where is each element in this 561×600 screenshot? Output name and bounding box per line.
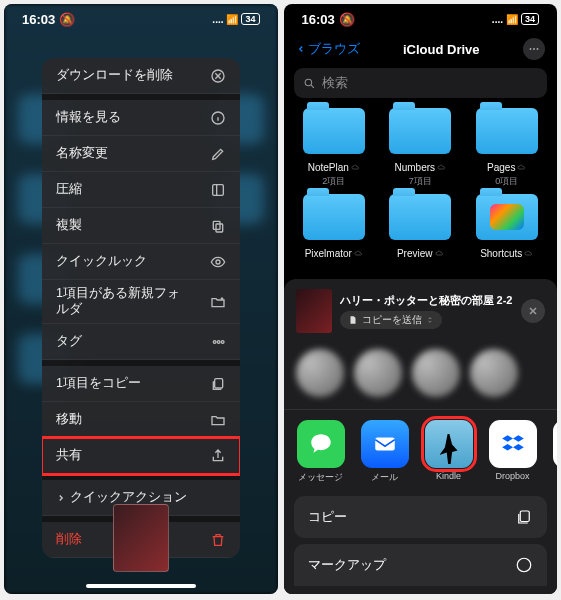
folder-preview[interactable]: Preview bbox=[380, 194, 461, 261]
close-icon bbox=[527, 305, 539, 317]
folder-name: Preview bbox=[397, 248, 433, 259]
menu-quicklook[interactable]: クイックルック bbox=[42, 244, 240, 280]
folder-icon bbox=[389, 108, 451, 154]
cloud-icon bbox=[437, 163, 446, 172]
action-copy[interactable]: コピー bbox=[294, 496, 548, 538]
airdrop-target[interactable] bbox=[412, 349, 460, 397]
nav-title: iCloud Drive bbox=[403, 42, 480, 57]
context-menu: ダウンロードを削除 情報を見る 名称変更 圧縮 複製 クイックルック bbox=[42, 58, 240, 558]
action-label: コピー bbox=[308, 508, 347, 526]
phone-left: 16:03 🔕 .... 📶 34 ダウンロードを削除 情報を見る 名称変更 bbox=[4, 4, 278, 594]
folder-name: Pages bbox=[487, 162, 515, 173]
mail-icon bbox=[372, 431, 398, 457]
home-indicator[interactable] bbox=[86, 584, 196, 588]
more-button[interactable] bbox=[523, 38, 545, 60]
phone-right: 16:03 🔕 .... 📶 34 ブラウズ iCloud Drive 検索 bbox=[284, 4, 558, 594]
copy-icon bbox=[210, 376, 226, 392]
cloud-icon bbox=[354, 249, 363, 258]
cloud-icon bbox=[517, 163, 526, 172]
folder-numbers[interactable]: Numbers 7項目 bbox=[380, 108, 461, 188]
menu-label: 移動 bbox=[56, 411, 82, 428]
search-icon bbox=[303, 77, 316, 90]
folder-icon bbox=[476, 108, 538, 154]
menu-duplicate[interactable]: 複製 bbox=[42, 208, 240, 244]
folder-noteplan[interactable]: NotePlan 2項目 bbox=[294, 108, 375, 188]
app-mail[interactable]: メール bbox=[356, 420, 414, 484]
archive-icon bbox=[210, 182, 226, 198]
svg-point-7 bbox=[217, 340, 220, 343]
share-sheet: ハリー・ポッターと秘密の部屋 2-2 コピーを送信 bbox=[284, 279, 558, 594]
folder-pixelmator[interactable]: Pixelmator bbox=[294, 194, 375, 261]
action-markup[interactable]: マークアップ bbox=[294, 544, 548, 586]
menu-label: 削除 bbox=[56, 531, 82, 548]
chevron-left-icon bbox=[296, 42, 306, 56]
app-messages[interactable]: メッセージ bbox=[292, 420, 350, 484]
menu-share[interactable]: 共有 bbox=[42, 438, 240, 474]
folder-sub: 2項目 bbox=[294, 175, 375, 188]
menu-move[interactable]: 移動 bbox=[42, 402, 240, 438]
airdrop-target[interactable] bbox=[470, 349, 518, 397]
menu-info[interactable]: 情報を見る bbox=[42, 100, 240, 136]
menu-label: タグ bbox=[56, 333, 82, 350]
menu-new-folder[interactable]: 1項目がある新規フォルダ bbox=[42, 280, 240, 324]
menu-compress[interactable]: 圧縮 bbox=[42, 172, 240, 208]
cloud-icon bbox=[524, 249, 533, 258]
app-label: メッセージ bbox=[292, 471, 350, 484]
app-more[interactable]: D bbox=[548, 420, 558, 484]
menu-copy-one[interactable]: 1項目をコピー bbox=[42, 366, 240, 402]
menu-rename[interactable]: 名称変更 bbox=[42, 136, 240, 172]
chevron-updown-icon bbox=[426, 315, 434, 325]
chevron-right-icon bbox=[56, 493, 66, 503]
folder-sub: 7項目 bbox=[380, 175, 461, 188]
back-button[interactable]: ブラウズ bbox=[296, 40, 360, 58]
folder-icon bbox=[210, 412, 226, 428]
close-button[interactable] bbox=[521, 299, 545, 323]
folder-sub: 0項目 bbox=[467, 175, 548, 188]
folder-icon bbox=[476, 194, 538, 240]
duplicate-icon bbox=[210, 218, 226, 234]
folder-name: NotePlan bbox=[308, 162, 349, 173]
remove-circle-icon bbox=[210, 68, 226, 84]
menu-label: 名称変更 bbox=[56, 145, 108, 162]
share-header: ハリー・ポッターと秘密の部屋 2-2 コピーを送信 bbox=[284, 289, 558, 341]
search-input[interactable]: 検索 bbox=[294, 68, 548, 98]
svg-point-13 bbox=[305, 79, 312, 86]
folder-icon bbox=[303, 194, 365, 240]
menu-label: 複製 bbox=[56, 217, 82, 234]
status-bar: 16:03 🔕 .... 📶 34 bbox=[4, 4, 278, 34]
pencil-icon bbox=[210, 146, 226, 162]
trash-icon bbox=[210, 532, 226, 548]
back-label: ブラウズ bbox=[308, 40, 360, 58]
svg-point-11 bbox=[533, 48, 535, 50]
svg-rect-14 bbox=[375, 438, 395, 451]
cloud-icon bbox=[435, 249, 444, 258]
action-label: マークアップ bbox=[308, 556, 386, 574]
info-icon bbox=[210, 110, 226, 126]
menu-label: クイックルック bbox=[56, 253, 147, 270]
app-dropbox[interactable]: Dropbox bbox=[484, 420, 542, 484]
ellipsis-icon bbox=[527, 42, 541, 56]
folder-name: Pixelmator bbox=[305, 248, 352, 259]
app-kindle[interactable]: Kindle bbox=[420, 420, 478, 484]
share-options-button[interactable]: コピーを送信 bbox=[340, 311, 442, 329]
file-thumbnail[interactable] bbox=[113, 504, 169, 572]
tag-icon bbox=[210, 334, 226, 350]
menu-tag[interactable]: タグ bbox=[42, 324, 240, 360]
app-label: D bbox=[548, 471, 558, 481]
menu-remove-download[interactable]: ダウンロードを削除 bbox=[42, 58, 240, 94]
menu-label: 共有 bbox=[56, 447, 82, 464]
share-icon bbox=[210, 448, 226, 464]
share-apps-row: メッセージ メール Kindle Dropbox bbox=[284, 410, 558, 496]
folder-pages[interactable]: Pages 0項目 bbox=[467, 108, 548, 188]
eye-icon bbox=[210, 254, 226, 270]
cell-dots: .... bbox=[212, 14, 223, 25]
airdrop-target[interactable] bbox=[296, 349, 344, 397]
airdrop-target[interactable] bbox=[354, 349, 402, 397]
markup-icon bbox=[515, 556, 533, 574]
folder-icon bbox=[389, 194, 451, 240]
kindle-icon bbox=[425, 420, 473, 468]
folder-grid: NotePlan 2項目 Numbers 7項目 Pages 0項目 Pixel… bbox=[284, 102, 558, 267]
folder-shortcuts[interactable]: Shortcuts bbox=[467, 194, 548, 261]
cloud-icon bbox=[351, 163, 360, 172]
svg-point-5 bbox=[216, 260, 220, 264]
